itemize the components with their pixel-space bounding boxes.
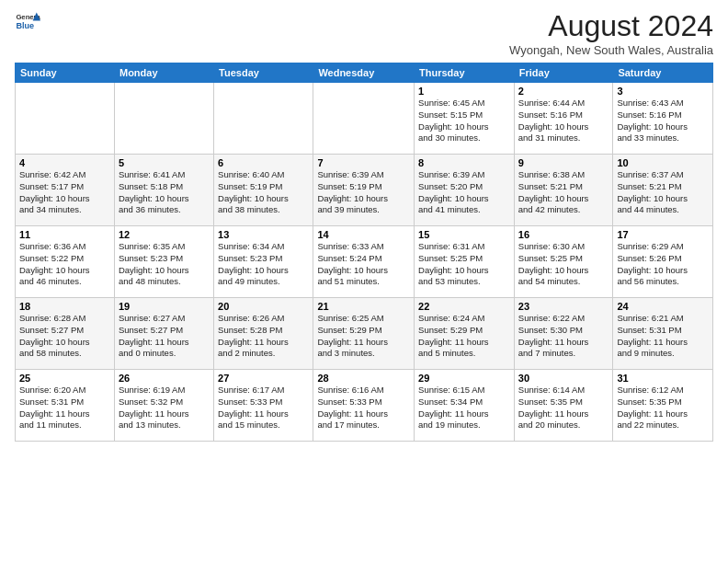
day-info: Sunrise: 6:19 AMSunset: 5:32 PMDaylight:… xyxy=(119,385,210,431)
calendar-cell: 2Sunrise: 6:44 AMSunset: 5:16 PMDaylight… xyxy=(514,83,613,155)
day-number: 25 xyxy=(19,373,110,384)
calendar-cell: 7Sunrise: 6:39 AMSunset: 5:19 PMDaylight… xyxy=(313,155,415,226)
day-info: Sunrise: 6:28 AMSunset: 5:27 PMDaylight:… xyxy=(19,313,110,360)
col-tuesday: Tuesday xyxy=(214,63,313,83)
col-friday: Friday xyxy=(514,63,613,83)
calendar-cell: 24Sunrise: 6:21 AMSunset: 5:31 PMDayligh… xyxy=(613,298,713,370)
day-info: Sunrise: 6:12 AMSunset: 5:35 PMDaylight:… xyxy=(617,385,709,431)
day-info: Sunrise: 6:36 AMSunset: 5:22 PMDaylight:… xyxy=(19,241,110,288)
day-info: Sunrise: 6:33 AMSunset: 5:24 PMDaylight:… xyxy=(317,241,410,288)
calendar-cell: 5Sunrise: 6:41 AMSunset: 5:18 PMDaylight… xyxy=(114,155,213,226)
calendar-cell: 28Sunrise: 6:16 AMSunset: 5:33 PMDayligh… xyxy=(313,370,415,442)
day-number: 30 xyxy=(518,373,609,384)
calendar-cell: 31Sunrise: 6:12 AMSunset: 5:35 PMDayligh… xyxy=(613,370,713,442)
day-info: Sunrise: 6:20 AMSunset: 5:31 PMDaylight:… xyxy=(19,385,110,431)
day-info: Sunrise: 6:16 AMSunset: 5:33 PMDaylight:… xyxy=(317,385,410,431)
col-monday: Monday xyxy=(114,63,213,83)
day-number: 15 xyxy=(418,229,510,240)
calendar-cell: 9Sunrise: 6:38 AMSunset: 5:21 PMDaylight… xyxy=(514,155,613,226)
title-block: August 2024 Wyongah, New South Wales, Au… xyxy=(509,9,713,57)
calendar-header-row: Sunday Monday Tuesday Wednesday Thursday… xyxy=(16,63,713,83)
calendar-cell: 13Sunrise: 6:34 AMSunset: 5:23 PMDayligh… xyxy=(214,226,313,298)
calendar-cell: 8Sunrise: 6:39 AMSunset: 5:20 PMDaylight… xyxy=(415,155,515,226)
col-thursday: Thursday xyxy=(415,63,515,83)
day-info: Sunrise: 6:17 AMSunset: 5:33 PMDaylight:… xyxy=(218,385,309,431)
day-number: 31 xyxy=(617,373,709,384)
day-info: Sunrise: 6:37 AMSunset: 5:21 PMDaylight:… xyxy=(617,169,709,216)
day-info: Sunrise: 6:31 AMSunset: 5:25 PMDaylight:… xyxy=(418,241,510,288)
calendar-week-row: 18Sunrise: 6:28 AMSunset: 5:27 PMDayligh… xyxy=(16,298,713,370)
day-number: 5 xyxy=(119,157,210,168)
day-number: 10 xyxy=(617,157,709,168)
col-sunday: Sunday xyxy=(16,63,115,83)
day-number: 22 xyxy=(418,301,510,312)
day-info: Sunrise: 6:40 AMSunset: 5:19 PMDaylight:… xyxy=(218,169,309,216)
day-number: 8 xyxy=(418,157,510,168)
calendar-cell: 15Sunrise: 6:31 AMSunset: 5:25 PMDayligh… xyxy=(415,226,515,298)
day-info: Sunrise: 6:25 AMSunset: 5:29 PMDaylight:… xyxy=(317,313,410,360)
calendar-cell: 3Sunrise: 6:43 AMSunset: 5:16 PMDaylight… xyxy=(613,83,713,155)
page: General Blue August 2024 Wyongah, New So… xyxy=(0,0,728,563)
calendar-cell: 6Sunrise: 6:40 AMSunset: 5:19 PMDaylight… xyxy=(214,155,313,226)
calendar-cell: 14Sunrise: 6:33 AMSunset: 5:24 PMDayligh… xyxy=(313,226,415,298)
day-number: 2 xyxy=(518,86,609,97)
day-number: 24 xyxy=(617,301,709,312)
day-info: Sunrise: 6:22 AMSunset: 5:30 PMDaylight:… xyxy=(518,313,609,360)
day-info: Sunrise: 6:21 AMSunset: 5:31 PMDaylight:… xyxy=(617,313,709,360)
day-info: Sunrise: 6:24 AMSunset: 5:29 PMDaylight:… xyxy=(418,313,510,360)
day-number: 12 xyxy=(119,229,210,240)
day-info: Sunrise: 6:26 AMSunset: 5:28 PMDaylight:… xyxy=(218,313,309,360)
day-info: Sunrise: 6:41 AMSunset: 5:18 PMDaylight:… xyxy=(119,169,210,216)
day-number: 23 xyxy=(518,301,609,312)
header: General Blue August 2024 Wyongah, New So… xyxy=(15,9,713,57)
calendar-cell: 23Sunrise: 6:22 AMSunset: 5:30 PMDayligh… xyxy=(514,298,613,370)
day-number: 14 xyxy=(317,229,410,240)
day-info: Sunrise: 6:39 AMSunset: 5:20 PMDaylight:… xyxy=(418,169,510,216)
calendar-cell: 16Sunrise: 6:30 AMSunset: 5:25 PMDayligh… xyxy=(514,226,613,298)
calendar-cell: 1Sunrise: 6:45 AMSunset: 5:15 PMDaylight… xyxy=(415,83,515,155)
day-info: Sunrise: 6:15 AMSunset: 5:34 PMDaylight:… xyxy=(418,385,510,431)
calendar-week-row: 11Sunrise: 6:36 AMSunset: 5:22 PMDayligh… xyxy=(16,226,713,298)
calendar-cell: 10Sunrise: 6:37 AMSunset: 5:21 PMDayligh… xyxy=(613,155,713,226)
day-info: Sunrise: 6:43 AMSunset: 5:16 PMDaylight:… xyxy=(617,98,709,144)
day-number: 11 xyxy=(19,229,110,240)
calendar-week-row: 4Sunrise: 6:42 AMSunset: 5:17 PMDaylight… xyxy=(16,155,713,226)
logo-icon: General Blue xyxy=(15,9,40,35)
calendar-cell: 4Sunrise: 6:42 AMSunset: 5:17 PMDaylight… xyxy=(16,155,115,226)
calendar-cell: 29Sunrise: 6:15 AMSunset: 5:34 PMDayligh… xyxy=(415,370,515,442)
day-info: Sunrise: 6:45 AMSunset: 5:15 PMDaylight:… xyxy=(418,98,510,144)
day-number: 18 xyxy=(19,301,110,312)
location: Wyongah, New South Wales, Australia xyxy=(509,43,713,57)
calendar-cell: 18Sunrise: 6:28 AMSunset: 5:27 PMDayligh… xyxy=(16,298,115,370)
calendar-cell xyxy=(214,83,313,155)
day-info: Sunrise: 6:35 AMSunset: 5:23 PMDaylight:… xyxy=(119,241,210,288)
calendar-cell xyxy=(16,83,115,155)
svg-text:Blue: Blue xyxy=(16,21,34,30)
day-info: Sunrise: 6:39 AMSunset: 5:19 PMDaylight:… xyxy=(317,169,410,216)
col-wednesday: Wednesday xyxy=(313,63,415,83)
calendar-cell xyxy=(114,83,213,155)
day-info: Sunrise: 6:44 AMSunset: 5:16 PMDaylight:… xyxy=(518,98,609,144)
day-number: 3 xyxy=(617,86,709,97)
day-info: Sunrise: 6:34 AMSunset: 5:23 PMDaylight:… xyxy=(218,241,309,288)
logo: General Blue xyxy=(15,9,42,35)
day-number: 29 xyxy=(418,373,510,384)
day-info: Sunrise: 6:29 AMSunset: 5:26 PMDaylight:… xyxy=(617,241,709,288)
day-number: 9 xyxy=(518,157,609,168)
calendar-cell xyxy=(313,83,415,155)
calendar-cell: 20Sunrise: 6:26 AMSunset: 5:28 PMDayligh… xyxy=(214,298,313,370)
calendar-cell: 21Sunrise: 6:25 AMSunset: 5:29 PMDayligh… xyxy=(313,298,415,370)
calendar-cell: 26Sunrise: 6:19 AMSunset: 5:32 PMDayligh… xyxy=(114,370,213,442)
day-info: Sunrise: 6:27 AMSunset: 5:27 PMDaylight:… xyxy=(119,313,210,360)
calendar-cell: 19Sunrise: 6:27 AMSunset: 5:27 PMDayligh… xyxy=(114,298,213,370)
calendar-cell: 12Sunrise: 6:35 AMSunset: 5:23 PMDayligh… xyxy=(114,226,213,298)
calendar-table: Sunday Monday Tuesday Wednesday Thursday… xyxy=(15,63,713,442)
day-number: 16 xyxy=(518,229,609,240)
day-number: 1 xyxy=(418,86,510,97)
day-info: Sunrise: 6:38 AMSunset: 5:21 PMDaylight:… xyxy=(518,169,609,216)
calendar-cell: 27Sunrise: 6:17 AMSunset: 5:33 PMDayligh… xyxy=(214,370,313,442)
day-info: Sunrise: 6:14 AMSunset: 5:35 PMDaylight:… xyxy=(518,385,609,431)
day-number: 28 xyxy=(317,373,410,384)
month-title: August 2024 xyxy=(509,9,713,43)
calendar-cell: 17Sunrise: 6:29 AMSunset: 5:26 PMDayligh… xyxy=(613,226,713,298)
